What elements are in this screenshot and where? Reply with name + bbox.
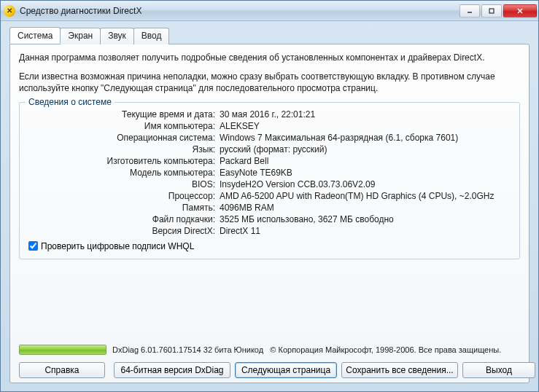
help-button[interactable]: Справка — [19, 362, 105, 378]
row-model: Модель компьютера:EasyNote TE69KB — [27, 167, 512, 179]
row-memory: Память:4096MB RAM — [27, 202, 512, 213]
dxdiag-icon: ✕ — [4, 5, 15, 17]
whql-checkbox-row: Проверить цифровые подписи WHQL — [27, 241, 512, 251]
row-os: Операционная система:Windows 7 Максималь… — [27, 132, 512, 144]
system-info-group: Сведения о системе Текущие время и дата:… — [19, 102, 520, 259]
tab-input[interactable]: Ввод — [133, 28, 170, 44]
maximize-button[interactable] — [481, 4, 502, 17]
row-bios: BIOS:InsydeH2O Version CCB.03.73.06V2.09 — [27, 179, 512, 190]
svg-rect-1 — [489, 9, 494, 13]
titlebar[interactable]: ✕ Средство диагностики DirectX — [1, 1, 538, 21]
exit-button[interactable]: Выход — [462, 362, 535, 378]
version-text: DxDiag 6.01.7601.17514 32 бита Юникод — [112, 345, 263, 354]
footer-row: DxDiag 6.01.7601.17514 32 бита Юникод © … — [19, 345, 520, 355]
system-info-title: Сведения о системе — [26, 97, 115, 107]
row-directx: Версия DirectX:DirectX 11 — [27, 225, 512, 237]
content-area: Система Экран Звук Ввод Данная программа… — [1, 21, 538, 391]
row-processor: Процессор:AMD A6-5200 APU with Radeon(TM… — [27, 190, 512, 202]
footer-text: DxDiag 6.01.7601.17514 32 бита Юникод © … — [112, 345, 520, 354]
next-page-button[interactable]: Следующая страница — [235, 362, 337, 378]
dxdiag-window: ✕ Средство диагностики DirectX Система Э… — [0, 0, 539, 392]
tab-display[interactable]: Экран — [60, 28, 101, 44]
whql-label: Проверить цифровые подписи WHQL — [41, 241, 194, 251]
tab-sound[interactable]: Звук — [100, 28, 134, 44]
row-computername: Имя компьютера:ALEKSEY — [27, 120, 512, 132]
intro-para-2: Если известна возможная причина неполадк… — [19, 71, 520, 94]
row-language: Язык:русский (формат: русский) — [27, 144, 512, 155]
minimize-button[interactable] — [459, 4, 480, 17]
window-title: Средство диагностики DirectX — [20, 6, 459, 16]
row-pagefile: Файл подкачки:3525 МБ использовано, 3627… — [27, 213, 512, 225]
bit64-button[interactable]: 64-битная версия DxDiag — [114, 362, 230, 378]
save-all-button[interactable]: Сохранить все сведения... — [341, 362, 458, 378]
whql-checkbox[interactable] — [28, 241, 38, 251]
intro-text: Данная программа позволяет получить подр… — [19, 52, 520, 95]
intro-para-1: Данная программа позволяет получить подр… — [19, 52, 520, 63]
tab-panel-system: Данная программа позволяет получить подр… — [9, 44, 530, 383]
button-row: Справка 64-битная версия DxDiag Следующа… — [19, 362, 520, 378]
row-manufacturer: Изготовитель компьютера:Packard Bell — [27, 155, 512, 167]
window-controls — [459, 4, 537, 17]
tab-strip: Система Экран Звук Ввод — [9, 27, 530, 44]
tab-system[interactable]: Система — [9, 27, 61, 44]
row-datetime: Текущие время и дата:30 мая 2016 г., 22:… — [27, 109, 512, 120]
system-info-table: Текущие время и дата:30 мая 2016 г., 22:… — [27, 109, 512, 237]
progress-bar — [19, 345, 106, 355]
copyright-text: © Корпорация Майкрософт, 1998-2006. Все … — [270, 345, 501, 354]
close-button[interactable] — [503, 4, 537, 17]
